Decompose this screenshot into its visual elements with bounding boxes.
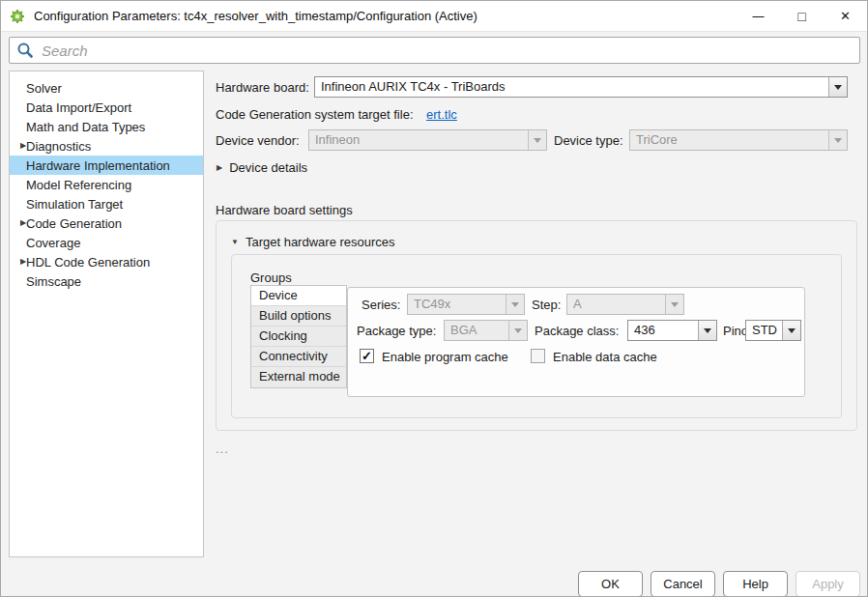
ok-button[interactable]: OK [578,571,643,597]
chevron-down-icon [704,328,711,333]
hardware-board-label: Hardware board: [216,80,309,95]
dropdown-button [828,130,847,150]
cancel-button[interactable]: Cancel [651,571,715,597]
group-item-build-options[interactable]: Build options [251,306,346,327]
sidebar-item-label: Hardware Implementation [26,158,170,173]
dropdown-button [528,130,546,150]
sidebar-item-label: Simulation Target [26,197,123,212]
groups-list: Device Build options Clocking Connectivi… [250,285,347,388]
step-value: A [567,295,665,314]
dropdown-button[interactable] [782,321,800,340]
maximize-icon: □ [797,9,805,24]
sidebar-item-hdl-code-generation[interactable]: ▶HDL Code Generation [10,252,203,271]
window-title: Configuration Parameters: tc4x_resolver_… [34,9,477,23]
sidebar-item-simscape[interactable]: Simscape [10,271,203,291]
hardware-board-value: Infineon AURIX TC4x - TriBoards [315,77,828,97]
hardware-board-combobox[interactable]: Infineon AURIX TC4x - TriBoards [314,76,848,98]
enable-data-cache-checkbox[interactable] [531,349,545,363]
chevron-down-icon [511,302,519,307]
close-icon: ✕ [840,9,851,23]
sidebar-item-code-generation[interactable]: ▶Code Generation [10,213,203,233]
group-item-connectivity[interactable]: Connectivity [251,347,346,367]
sidebar-item-simulation-target[interactable]: Simulation Target [10,194,203,213]
target-hardware-resources-expander[interactable]: ▼ Target hardware resources [231,235,395,249]
close-button[interactable]: ✕ [824,1,867,31]
package-class-value: 436 [628,321,698,340]
groups-label: Groups [250,270,292,285]
step-label: Step: [532,298,561,312]
pinout-combobox[interactable]: STD [745,320,801,341]
title-bar: Configuration Parameters: tc4x_resolver_… [1,1,867,32]
group-item-clocking[interactable]: Clocking [251,327,346,347]
category-tree: Solver Data Import/Export Math and Data … [9,71,204,557]
package-class-label: Package class: [535,324,619,338]
more-settings-ellipsis: ... [216,441,229,456]
chevron-down-icon: ▼ [231,238,239,246]
sidebar-item-label: Coverage [26,236,80,250]
sidebar-item-hardware-implementation[interactable]: Hardware Implementation [10,156,203,175]
maximize-button[interactable]: □ [780,1,824,31]
sidebar-item-label: Solver [26,81,62,96]
window-controls: — □ ✕ [737,1,867,31]
chevron-right-icon[interactable]: ▶ [10,252,26,271]
configuration-parameters-window: Configuration Parameters: tc4x_resolver_… [0,0,868,597]
chevron-down-icon [834,85,842,90]
target-file-label: Code Generation system target file: [216,107,414,122]
sidebar-item-solver[interactable]: Solver [10,78,203,98]
sidebar-item-model-referencing[interactable]: Model Referencing [10,175,203,194]
enable-program-cache-label: Enable program cache [382,350,508,364]
sidebar-item-label: Simscape [26,274,81,289]
sidebar-item-label: HDL Code Generation [26,255,150,270]
simulink-gear-icon [10,9,25,24]
ert-tlc-link[interactable]: ert.tlc [426,107,457,122]
device-details-expander[interactable]: ▶ Device details [217,160,307,175]
sidebar-item-label: Data Import/Export [26,100,131,115]
sidebar-item-diagnostics[interactable]: ▶Diagnostics [10,136,203,156]
sidebar-item-label: Math and Data Types [26,120,145,134]
device-vendor-label: Device vendor: [216,133,300,148]
help-button[interactable]: Help [723,571,788,597]
search-icon [16,42,34,59]
series-value: TC49x [408,295,506,314]
package-type-value: BGA [445,321,508,340]
dropdown-button [665,295,683,314]
series-combobox: TC49x [407,294,525,315]
package-class-combobox[interactable]: 436 [627,320,717,341]
hardware-board-settings-heading: Hardware board settings [216,203,353,217]
sidebar-item-math-and-data-types[interactable]: Math and Data Types [10,117,203,136]
enable-data-cache-label: Enable data cache [553,350,657,364]
device-type-label: Device type: [554,133,623,148]
chevron-right-icon[interactable]: ▶ [10,213,26,233]
sidebar-item-data-import-export[interactable]: Data Import/Export [10,98,203,117]
chevron-down-icon [834,138,842,143]
chevron-right-icon[interactable]: ▶ [10,136,26,156]
device-details-label: Device details [229,160,307,175]
chevron-right-icon: ▶ [217,163,222,172]
sidebar-item-label: Code Generation [26,216,122,231]
chevron-down-icon [788,328,796,333]
group-item-external-mode[interactable]: External mode [251,367,346,387]
search-bar [9,37,860,64]
chevron-down-icon [671,302,679,307]
apply-button: Apply [796,571,860,597]
sidebar-item-coverage[interactable]: Coverage [10,233,203,252]
minimize-icon: — [753,10,765,23]
step-combobox: A [566,294,684,315]
sidebar-item-label: Diagnostics [26,139,91,154]
device-vendor-value: Infineon [309,130,528,150]
dropdown-button [508,321,527,340]
dropdown-button[interactable] [698,321,716,340]
group-item-device[interactable]: Device [251,286,346,306]
device-type-value: TriCore [630,130,828,150]
package-type-combobox: BGA [444,320,528,341]
chevron-down-icon [514,328,522,333]
minimize-button[interactable]: — [737,1,780,31]
device-vendor-combobox: Infineon [308,129,547,151]
dialog-footer: OK Cancel Help Apply [578,571,860,597]
pinout-value: STD [746,321,782,340]
package-type-label: Package type: [357,324,436,338]
search-input[interactable] [34,38,859,63]
dropdown-button[interactable] [828,77,847,97]
enable-program-cache-checkbox[interactable] [360,349,374,363]
target-hardware-resources-label: Target hardware resources [246,235,395,249]
